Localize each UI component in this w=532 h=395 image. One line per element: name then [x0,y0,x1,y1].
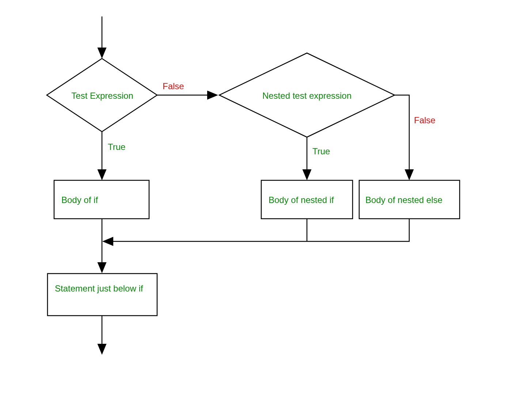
label-true-2: True [312,146,330,157]
label-true-1: True [108,142,125,152]
box-statement-below-if [48,274,157,316]
merge-from-nested-else [104,219,409,241]
label-body-of-if: Body of if [61,195,98,205]
label-statement-below-if: Statement just below if [55,283,150,294]
label-nested-test-expression: Nested test expression [256,91,358,101]
label-false-1: False [163,81,184,91]
label-body-of-nested-else: Body of nested else [365,195,442,205]
label-body-of-nested-if: Body of nested if [269,195,334,205]
label-test-expression: Test Expression [66,91,139,101]
label-false-2: False [414,115,436,125]
arrow-decision2-false [395,95,409,178]
